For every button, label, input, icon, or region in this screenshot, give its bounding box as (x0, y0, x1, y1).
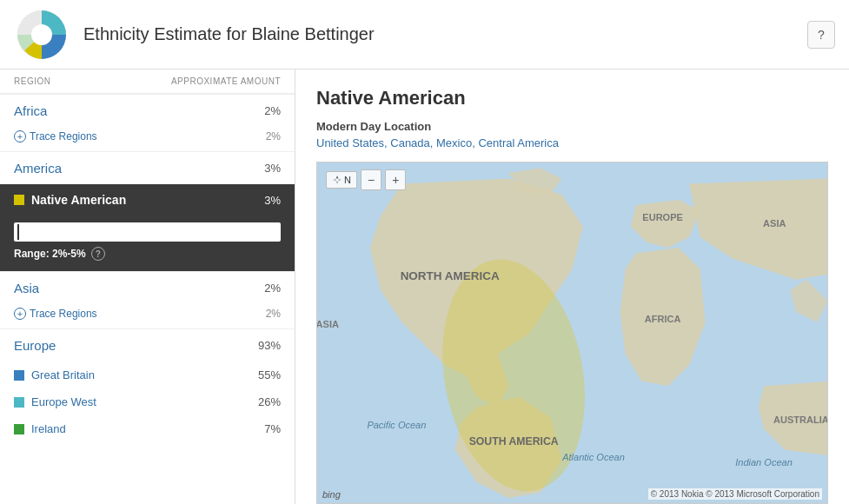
native-american-pct: 3% (264, 194, 281, 207)
main-container: REGION APPROXIMATE AMOUNT Africa 2% + Tr… (0, 70, 849, 504)
europe-row[interactable]: Europe 93% (0, 329, 295, 361)
compass-label: N (344, 175, 351, 185)
modern-day-locations: United States, Canada, Mexico, Central A… (316, 136, 828, 149)
asia-trace-pct: 2% (266, 308, 281, 320)
range-help-icon[interactable]: ? (91, 247, 105, 261)
map-attribution: © 2013 Nokia © 2013 Microsoft Corporatio… (648, 488, 822, 500)
range-bar (14, 222, 281, 242)
america-pct: 3% (264, 162, 281, 175)
ireland-row[interactable]: Ireland 7% (0, 415, 295, 442)
atlantic-ocean-label: Atlantic Ocean (561, 452, 625, 462)
europe-west-pct: 26% (258, 395, 281, 408)
africa-pct: 2% (264, 104, 281, 117)
range-cursor (17, 224, 19, 240)
range-container: Range: 2%-5% ? (0, 216, 295, 271)
compass-icon (332, 175, 342, 185)
column-headers: REGION APPROXIMATE AMOUNT (0, 70, 295, 94)
ireland-name: Ireland (14, 422, 66, 435)
asia-trace-label: + Trace Regions (14, 308, 97, 320)
region-group-africa: Africa 2% + Trace Regions 2% (0, 94, 295, 151)
bing-logo: bing (322, 489, 341, 500)
asia-row[interactable]: Asia 2% (0, 272, 295, 304)
range-label-row: Range: 2%-5% ? (14, 247, 281, 261)
world-map: NORTH AMERICA SOUTH AMERICA EUROPE ASIA … (317, 162, 827, 503)
africa-name: Africa (14, 103, 47, 118)
help-button[interactable]: ? (807, 21, 835, 49)
asia-trace-row[interactable]: + Trace Regions 2% (0, 304, 295, 328)
native-american-selected-row[interactable]: Native American 3% (0, 184, 295, 216)
map-container[interactable]: N − + (316, 162, 828, 504)
svg-marker-2 (336, 176, 339, 179)
great-britain-color (14, 370, 24, 381)
zoom-in-button[interactable]: + (385, 169, 406, 190)
region-col-header: REGION (14, 76, 50, 86)
ireland-pct: 7% (264, 422, 281, 435)
compass-button[interactable]: N (326, 171, 357, 189)
south-america-label: SOUTH AMERICA (469, 435, 559, 448)
africa-trace-plus-icon: + (14, 130, 26, 143)
range-text: Range: 2%-5% (14, 248, 86, 260)
zoom-out-button[interactable]: − (361, 169, 381, 190)
asia-pct: 2% (264, 282, 281, 295)
europe-west-row[interactable]: Europe West 26% (0, 388, 295, 415)
region-group-america: America 3% Native American 3% Range: 2%-… (0, 151, 295, 271)
europe-west-name: Europe West (14, 395, 96, 408)
america-name: America (14, 161, 62, 176)
svg-marker-4 (333, 179, 336, 182)
svg-point-1 (31, 24, 52, 45)
detail-title: Native American (316, 87, 828, 109)
africa-trace-pct: 2% (266, 130, 281, 143)
europe-west-color (14, 397, 24, 408)
africa-trace-row[interactable]: + Trace Regions 2% (0, 127, 295, 151)
europe-pct: 93% (258, 339, 281, 352)
left-panel: REGION APPROXIMATE AMOUNT Africa 2% + Tr… (0, 70, 295, 504)
logo-pie-chart (14, 7, 70, 63)
right-panel: Native American Modern Day Location Unit… (295, 70, 849, 504)
great-britain-name: Great Britain (14, 368, 95, 381)
svg-marker-5 (338, 179, 342, 182)
great-britain-row[interactable]: Great Britain 55% (0, 361, 295, 388)
native-american-label: Native American (14, 193, 126, 207)
native-american-color (14, 195, 24, 205)
ireland-color (14, 424, 24, 434)
africa-row[interactable]: Africa 2% (0, 95, 295, 127)
amount-col-header: APPROXIMATE AMOUNT (171, 76, 281, 86)
page-title: Ethnicity Estimate for Blaine Bettinger (83, 24, 807, 44)
asia-name: Asia (14, 281, 39, 295)
america-row[interactable]: America 3% (0, 152, 295, 184)
australia-label: AUSTRALIA (773, 414, 827, 425)
great-britain-pct: 55% (258, 368, 281, 381)
europe-label: EUROPE (642, 212, 683, 222)
region-group-asia: Asia 2% + Trace Regions 2% (0, 271, 295, 328)
indian-ocean-label: Indian Ocean (735, 457, 793, 468)
svg-marker-3 (336, 181, 339, 184)
asia-trace-plus-icon: + (14, 308, 26, 320)
map-navigation: N − + (326, 169, 406, 190)
north-america-label: NORTH AMERICA (401, 269, 500, 282)
header: Ethnicity Estimate for Blaine Bettinger … (0, 0, 849, 70)
africa-trace-label: + Trace Regions (14, 130, 97, 143)
asia-left-label: ASIA (317, 319, 339, 329)
region-group-europe: Europe 93% Great Britain 55% Europe West… (0, 328, 295, 442)
europe-name: Europe (14, 338, 56, 353)
modern-day-label: Modern Day Location (316, 120, 828, 133)
africa-label: AFRICA (645, 314, 681, 324)
asia-right-label: ASIA (763, 218, 786, 229)
pacific-ocean-label: Pacific Ocean (367, 420, 426, 430)
